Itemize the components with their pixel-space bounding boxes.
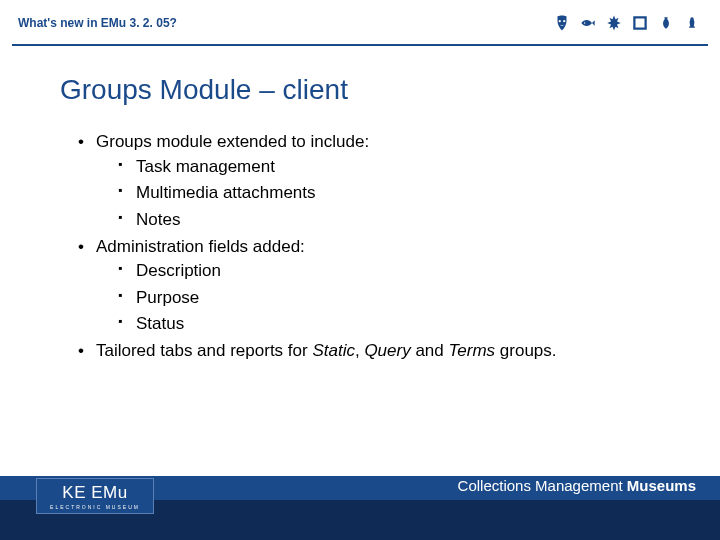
sub-list: Description Purpose Status <box>96 259 660 337</box>
tagline-prefix: Collections Management <box>458 477 627 494</box>
logo-subtext: ELECTRONIC MUSEUM <box>50 504 140 510</box>
leaf-icon <box>604 12 624 34</box>
bullet-text-part: Query <box>364 341 410 360</box>
body-text: Groups module extended to include: Task … <box>60 130 660 364</box>
bullet-text: Administration fields added: <box>96 237 305 256</box>
list-item: Task management <box>118 155 660 180</box>
vase-icon <box>656 12 676 34</box>
header-title: What's new in EMu 3. 2. 05? <box>18 16 177 30</box>
fish-icon <box>578 12 598 34</box>
bullet-text-part: and <box>411 341 449 360</box>
bullet-text-part: Tailored tabs and reports for <box>96 341 312 360</box>
tagline-bold: Museums <box>627 477 696 494</box>
list-item: Status <box>118 312 660 337</box>
bullet-text-part: , <box>355 341 364 360</box>
list-item: Tailored tabs and reports for Static, Qu… <box>78 339 660 364</box>
slide-content: Groups Module – client Groups module ext… <box>0 46 720 364</box>
logo: KE EMu ELECTRONIC MUSEUM <box>36 478 154 514</box>
bullet-text-part: groups. <box>495 341 556 360</box>
list-item: Notes <box>118 208 660 233</box>
bullet-text-part: Static <box>312 341 355 360</box>
list-item: Description <box>118 259 660 284</box>
mask-icon <box>552 12 572 34</box>
header-icon-row <box>552 12 702 34</box>
statue-icon <box>682 12 702 34</box>
list-item: Administration fields added: Description… <box>78 235 660 338</box>
list-item: Multimedia attachments <box>118 181 660 206</box>
slide-header: What's new in EMu 3. 2. 05? <box>0 0 720 44</box>
sub-list: Task management Multimedia attachments N… <box>96 155 660 233</box>
title-prefix: Groups Module <box>60 74 259 105</box>
footer-tagline: Collections Management Museums <box>458 477 696 494</box>
title-dash: – <box>259 74 275 105</box>
list-item: Purpose <box>118 286 660 311</box>
bullet-list: Groups module extended to include: Task … <box>60 130 660 364</box>
list-item: Groups module extended to include: Task … <box>78 130 660 233</box>
logo-text: KE EMu <box>62 483 127 503</box>
frame-icon <box>630 12 650 34</box>
bullet-text-part: Terms <box>449 341 496 360</box>
title-suffix: client <box>275 74 348 105</box>
slide-title: Groups Module – client <box>60 74 660 106</box>
bullet-text: Groups module extended to include: <box>96 132 369 151</box>
footer: KE EMu ELECTRONIC MUSEUM Collections Man… <box>0 458 720 540</box>
